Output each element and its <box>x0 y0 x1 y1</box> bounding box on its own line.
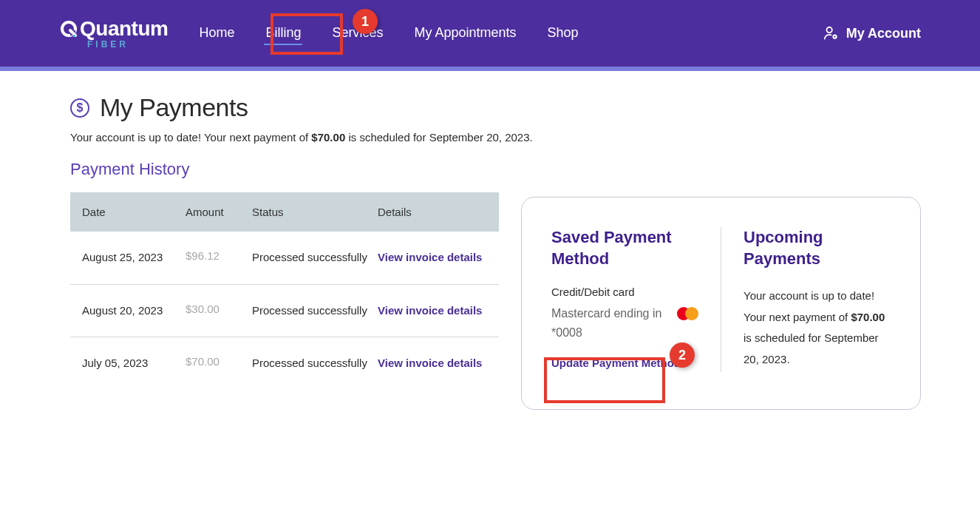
header-amount: Amount <box>186 206 252 218</box>
brand-logo[interactable]: Quantum FIBER <box>59 17 168 50</box>
svg-point-4 <box>833 36 836 38</box>
cell-status: Processed successfully <box>252 249 378 266</box>
person-gear-icon <box>823 25 839 41</box>
nav-billing[interactable]: Billing <box>264 22 302 45</box>
my-account-link[interactable]: My Account <box>823 25 921 41</box>
top-nav: Quantum FIBER Home Billing Services My A… <box>0 0 980 67</box>
cell-status: Processed successfully <box>252 355 378 372</box>
cell-amount: $30.00 <box>186 303 252 315</box>
table-row: July 05, 2023 $70.00 Processed successfu… <box>70 337 499 390</box>
annotation-badge-2: 2 <box>670 343 695 368</box>
table-row: August 20, 2023 $30.00 Processed success… <box>70 285 499 338</box>
svg-point-3 <box>826 27 831 33</box>
cell-date: August 25, 2023 <box>82 249 186 265</box>
cell-date: July 05, 2023 <box>82 355 186 371</box>
header-details: Details <box>378 206 487 218</box>
logo-text: Quantum <box>80 17 168 41</box>
cell-amount: $70.00 <box>186 355 252 368</box>
card-description: Mastercard ending in *0008 <box>551 304 668 342</box>
page-title: My Payments <box>100 93 248 122</box>
mastercard-icon <box>677 307 698 320</box>
my-account-label: My Account <box>846 26 921 41</box>
card-divider <box>721 227 721 372</box>
logo-subtext: FIBER <box>87 39 129 50</box>
upcoming-payments-section: Upcoming Payments Your account is up to … <box>743 227 891 372</box>
page-subtitle: Your account is up to date! Your next pa… <box>70 131 921 144</box>
cell-status: Processed successfully <box>252 303 378 320</box>
header-status: Status <box>252 206 378 218</box>
header-date: Date <box>82 206 186 218</box>
update-payment-link[interactable]: Update Payment Method <box>551 355 681 372</box>
cell-date: August 20, 2023 <box>82 303 186 318</box>
upcoming-text: Your account is up to date! Your next pa… <box>743 286 891 370</box>
table-header-row: Date Amount Status Details <box>70 192 499 232</box>
upcoming-title: Upcoming Payments <box>743 227 891 269</box>
view-invoice-link[interactable]: View invoice details <box>378 304 482 317</box>
view-invoice-link[interactable]: View invoice details <box>378 251 482 263</box>
payment-card: Saved Payment Method Credit/Debit card M… <box>521 197 921 410</box>
annotation-badge-1: 1 <box>353 9 378 34</box>
svg-rect-2 <box>73 35 75 37</box>
cell-amount: $96.12 <box>186 249 252 262</box>
payment-history-table: Date Amount Status Details August 25, 20… <box>70 192 499 390</box>
table-row: August 25, 2023 $96.12 Processed success… <box>70 232 499 285</box>
dollar-icon: $ <box>70 98 89 118</box>
nav-appointments[interactable]: My Appointments <box>412 22 517 45</box>
view-invoice-link[interactable]: View invoice details <box>378 357 482 369</box>
payment-history-heading: Payment History <box>70 160 921 179</box>
saved-payment-title: Saved Payment Method <box>551 227 698 269</box>
nav-shop[interactable]: Shop <box>546 22 580 45</box>
card-type-label: Credit/Debit card <box>551 286 698 298</box>
nav-home[interactable]: Home <box>197 22 236 45</box>
